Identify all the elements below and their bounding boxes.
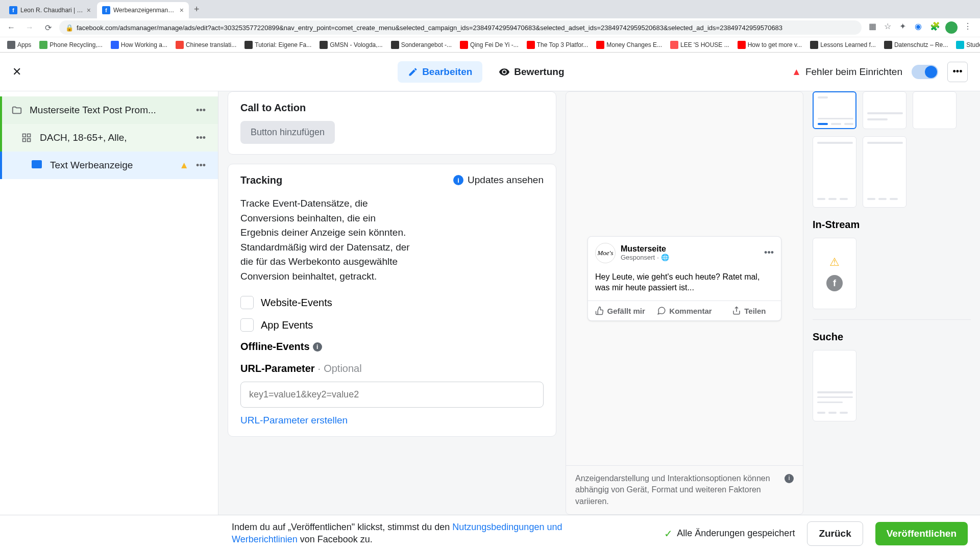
warning-icon: ▲ — [179, 160, 189, 171]
url-input[interactable]: 🔒 facebook.com/adsmanager/manage/ads/edi… — [59, 20, 862, 35]
bookmark-item[interactable]: Lessons Learned f... — [807, 40, 879, 50]
checkbox-label: App Events — [261, 319, 313, 331]
globe-icon: 🌐 — [661, 254, 669, 261]
facebook-favicon: f — [9, 6, 17, 14]
placement-thumb[interactable] — [813, 91, 856, 129]
tab-review[interactable]: Bewertung — [488, 61, 574, 83]
tab-edit[interactable]: Bearbeiten — [398, 61, 482, 83]
app-events-checkbox[interactable] — [240, 318, 254, 332]
tree-campaign[interactable]: Musterseite Text Post Prom... ••• — [0, 96, 218, 124]
updates-link[interactable]: i Updates ansehen — [453, 174, 544, 186]
error-text: Fehler beim Einrichten — [805, 66, 902, 78]
placement-thumb[interactable] — [863, 91, 906, 129]
item-menu-icon[interactable]: ••• — [193, 105, 209, 116]
bookmark-item[interactable]: Student Wants an... — [953, 40, 980, 50]
tracking-description: Tracke Event-Datensätze, die Conversions… — [240, 196, 414, 284]
post-sponsored: Gesponsert·🌐 — [621, 254, 669, 261]
svg-rect-2 — [23, 139, 26, 142]
bookmark-item[interactable]: GMSN - Vologda,... — [316, 40, 385, 50]
comment-button[interactable]: Kommentar — [652, 301, 717, 320]
preview-post: Moe's Musterseite Gesponsert·🌐 ••• Hey L… — [587, 236, 781, 321]
close-icon[interactable]: ✕ — [12, 65, 21, 79]
forward-icon[interactable]: → — [22, 20, 37, 35]
bookmark-item[interactable]: The Top 3 Platfor... — [524, 40, 592, 50]
placement-thumb[interactable] — [913, 91, 957, 129]
instream-heading: In-Stream — [813, 219, 971, 231]
extension-icon[interactable]: 🧩 — [930, 21, 939, 31]
tree-ad-active[interactable]: Text Werbeanzeige ▲ ••• — [0, 152, 218, 179]
post-header: Moe's Musterseite Gesponsert·🌐 ••• — [588, 237, 781, 269]
mode-tabs: Bearbeiten Bewertung — [398, 61, 574, 83]
post-page-name: Musterseite — [621, 244, 669, 254]
qr-icon[interactable]: ▦ — [869, 21, 878, 31]
website-events-checkbox[interactable] — [240, 296, 254, 309]
updates-label: Updates ansehen — [468, 174, 544, 186]
bookmark-item[interactable]: Money Changes E... — [593, 40, 665, 50]
tab-label: Bearbeiten — [422, 66, 472, 78]
url-text: facebook.com/adsmanager/manage/ads/edit?… — [77, 24, 782, 32]
bookmark-item[interactable]: Sonderangebot -... — [388, 40, 455, 50]
offline-events-label: Offline-Events i — [240, 341, 544, 353]
like-button[interactable]: Gefällt mir — [588, 301, 652, 320]
more-button[interactable]: ••• — [947, 62, 968, 82]
share-button[interactable]: Teilen — [717, 301, 781, 320]
bookmark-item[interactable]: Tutorial: Eigene Fa... — [241, 40, 314, 50]
instream-thumb[interactable]: ⚠ f — [813, 238, 856, 309]
grid-icon — [21, 133, 34, 143]
error-status: ▲ Fehler beim Einrichten — [792, 66, 902, 78]
bookmark-item[interactable]: Chinese translati... — [173, 40, 239, 50]
add-cta-button[interactable]: Button hinzufügen — [240, 121, 335, 144]
preview-toggle[interactable] — [912, 65, 938, 79]
pencil-icon — [408, 67, 418, 77]
post-text: Hey Leute, wie geht's euch heute? Ratet … — [588, 269, 781, 300]
publish-button[interactable]: Veröffentlichen — [875, 522, 968, 545]
checkbox-label: Website-Events — [261, 297, 332, 309]
url-action-icons: ▦ ☆ ✦ ◉ 🧩 ⋮ — [866, 21, 976, 34]
back-icon[interactable]: ← — [4, 20, 18, 35]
post-menu-icon[interactable]: ••• — [764, 247, 774, 258]
bookmark-item[interactable]: How to get more v... — [734, 40, 805, 50]
info-icon: i — [453, 175, 463, 185]
placement-thumb[interactable] — [813, 350, 856, 421]
create-url-params-link[interactable]: URL-Parameter erstellen — [240, 415, 544, 426]
close-icon[interactable]: × — [180, 6, 184, 14]
url-params-label: URL-Parameter · Optional — [240, 363, 544, 374]
extension-icon[interactable]: ✦ — [899, 21, 909, 31]
star-icon[interactable]: ☆ — [884, 21, 893, 31]
extension-icon[interactable]: ◉ — [915, 21, 924, 31]
footer-terms-text: Indem du auf „Veröffentlichen" klickst, … — [232, 521, 630, 545]
folder-icon — [11, 105, 23, 116]
info-icon[interactable]: i — [785, 474, 794, 483]
bookmark-item[interactable]: Qing Fei De Yi -... — [457, 40, 522, 50]
svg-rect-3 — [28, 139, 31, 142]
tree-label: Text Werbeanzeige — [50, 160, 179, 171]
avatar: Moe's — [595, 243, 616, 263]
new-tab-button[interactable]: + — [190, 4, 204, 15]
tracking-card: Tracking i Updates ansehen Tracke Event-… — [228, 164, 556, 437]
bookmark-item[interactable]: Datenschutz – Re... — [881, 40, 951, 50]
post-actions: Gefällt mir Kommentar Teilen — [588, 300, 781, 320]
cta-heading: Call to Action — [240, 102, 544, 114]
svg-rect-1 — [28, 134, 31, 137]
url-params-input[interactable] — [240, 382, 544, 408]
menu-icon[interactable]: ⋮ — [964, 21, 973, 31]
tree-adset[interactable]: DACH, 18-65+, Alle, ••• — [0, 124, 218, 152]
placement-thumb[interactable] — [863, 136, 906, 208]
preview-disclaimer: Anzeigendarstellung und Interaktionsopti… — [566, 465, 803, 514]
header-right: ▲ Fehler beim Einrichten ••• — [792, 62, 968, 82]
back-button[interactable]: Zurück — [807, 521, 863, 546]
item-menu-icon[interactable]: ••• — [193, 133, 209, 143]
item-menu-icon[interactable]: ••• — [193, 160, 209, 171]
profile-icon[interactable] — [945, 21, 958, 34]
saved-status: ✓ Alle Änderungen gespeichert — [664, 528, 795, 540]
comment-icon — [657, 306, 666, 315]
share-icon — [732, 306, 741, 315]
apps-button[interactable]: Apps — [4, 40, 34, 50]
footer-bar: Indem du auf „Veröffentlichen" klickst, … — [0, 515, 980, 551]
bookmark-item[interactable]: LEE 'S HOUSE ... — [667, 40, 732, 50]
placement-thumb[interactable] — [813, 136, 856, 208]
info-icon[interactable]: i — [313, 342, 322, 352]
main-area: Musterseite Text Post Prom... ••• DACH, … — [0, 91, 980, 515]
divider — [813, 319, 971, 320]
svg-rect-0 — [23, 134, 26, 137]
